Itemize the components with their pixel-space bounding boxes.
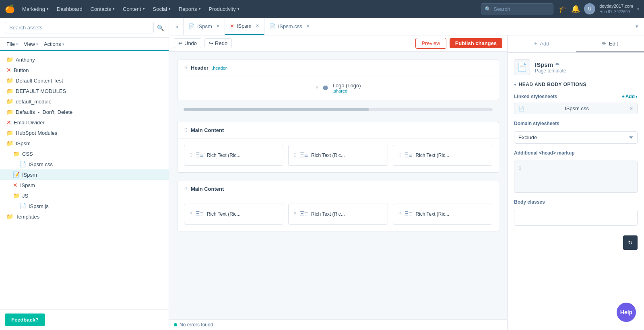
file-menu-button[interactable]: File ▾	[5, 40, 20, 48]
tree-item-anthony[interactable]: 📁Anthony	[0, 54, 169, 65]
tree-item-templates[interactable]: 📁Templates	[0, 211, 169, 222]
richtext-module-6[interactable]: ⠿ Ξ≡ Rich Text (Ric...	[393, 204, 492, 225]
preview-button[interactable]: Preview	[415, 38, 446, 49]
tree-item-defaults---don-t-delete[interactable]: 📁Defaults_-_Don't_Delete	[0, 107, 169, 117]
search-input[interactable]	[5, 22, 154, 33]
drag-handle-icon[interactable]: ⠿	[184, 65, 188, 71]
rotate-button[interactable]: ↻	[623, 235, 638, 250]
close-tab-icon[interactable]: ✕	[216, 24, 220, 29]
nav-contacts[interactable]: Contacts ▾	[87, 0, 119, 18]
tree-item-js[interactable]: 📁JS	[0, 190, 169, 201]
main1-drag-handle[interactable]: ⠿	[184, 128, 188, 133]
tree-item-ispsm-js[interactable]: 📄ISpsm.js	[0, 201, 169, 211]
nav-marketing[interactable]: Marketing ▾	[18, 0, 53, 18]
global-search-input[interactable]	[493, 6, 542, 12]
richtext3-drag[interactable]: ⠿	[398, 153, 401, 158]
tab-ispsm-css[interactable]: 📄 ISpsm.css ✕	[264, 18, 315, 35]
add-stylesheet-button[interactable]: + Add ▾	[622, 94, 638, 99]
richtext-module-1[interactable]: ⠿ Ξ≡ Rich Text (Ric...	[184, 145, 283, 166]
tree-item-label: default_module	[16, 99, 52, 105]
close-css-tab-icon[interactable]: ✕	[306, 24, 310, 29]
header-section-header: ⠿ Header .header	[178, 60, 499, 76]
edit-icon: ✏	[602, 40, 607, 47]
cross-icon: ✕	[6, 67, 11, 73]
tree-item-ispsm[interactable]: 📁ISpsm	[0, 138, 169, 148]
close-active-tab-icon[interactable]: ✕	[256, 23, 259, 29]
global-search: 🔍	[481, 3, 553, 14]
file-tree: 📁Anthony✕Button📁Default Content Test📁DEF…	[0, 51, 169, 309]
nav-reports[interactable]: Reports ▾	[175, 0, 205, 18]
topnav-right: 🎓 🔔 U devday2017.com Hub ID: 3922699 ▾	[558, 3, 639, 14]
view-menu-button[interactable]: View ▾	[22, 40, 40, 48]
tab-ispsm-active[interactable]: ✕ ISpsm ✕	[225, 18, 264, 35]
richtext-module-5[interactable]: ⠿ Ξ≡ Rich Text (Ric...	[288, 204, 388, 225]
nav-content[interactable]: Content ▾	[119, 0, 149, 18]
richtext1-drag[interactable]: ⠿	[189, 153, 192, 158]
edit-name-icon[interactable]: ✏	[555, 62, 559, 67]
richtext5-drag[interactable]: ⠿	[293, 212, 297, 217]
tree-item-label: Default Content Test	[16, 78, 63, 84]
richtext-module-4[interactable]: ⠿ Ξ≡ Rich Text (Ric...	[184, 204, 283, 225]
user-avatar[interactable]: U	[584, 3, 595, 14]
view-caret-icon: ▾	[36, 42, 38, 46]
tree-item-ispsm-css[interactable]: 📄ISpsm.css	[0, 159, 169, 169]
feedback-button[interactable]: Feedback?	[5, 314, 45, 326]
account-info[interactable]: devday2017.com Hub ID: 3922699	[599, 3, 633, 14]
domain-stylesheets-select[interactable]: Exclude Include	[514, 131, 638, 144]
remove-stylesheet-icon[interactable]: ✕	[629, 106, 633, 111]
undo-button[interactable]: ↩ Undo	[174, 38, 201, 48]
search-bar: 🔍	[0, 18, 169, 38]
reports-caret: ▾	[199, 7, 201, 11]
nav-productivity[interactable]: Productivity ▾	[205, 0, 244, 18]
tree-item-email-divider[interactable]: ✕Email Divider	[0, 117, 169, 128]
hubspot-logo[interactable]: 🍊	[5, 4, 15, 14]
actions-menu-button[interactable]: Actions ▾	[42, 40, 66, 48]
logo-drag-handle[interactable]: ⠿	[315, 85, 319, 91]
nav-social[interactable]: Social ▾	[149, 0, 175, 18]
body-classes-input[interactable]	[514, 210, 638, 226]
logo-module[interactable]: ⠿ ⏺ Logo (Logo) .shared	[309, 76, 367, 100]
horizontal-scrollbar[interactable]	[184, 108, 493, 111]
main2-modules: ⠿ Ξ≡ Rich Text (Ric... ⠿ Ξ≡ Rich Text (R…	[178, 197, 499, 231]
tree-item-css[interactable]: 📁CSS	[0, 148, 169, 159]
cross-icon: ✕	[6, 119, 11, 126]
head-body-collapse[interactable]: ▾ HEAD AND BODY OPTIONS	[514, 82, 638, 87]
main1-modules: ⠿ Ξ≡ Rich Text (Ric... ⠿ Ξ≡ Rich Text (R…	[178, 138, 499, 172]
tree-item-ispsm[interactable]: 📝ISpsm	[0, 169, 169, 180]
help-button[interactable]: Help	[617, 303, 636, 322]
redo-button[interactable]: ↪ Redo	[204, 38, 232, 48]
right-panel: + Add ✏ Edit 📄 ISpsm	[507, 35, 644, 330]
contacts-caret: ▾	[113, 7, 115, 11]
search-icon: 🔍	[485, 6, 491, 12]
collapse-sidebar-button[interactable]: «	[171, 18, 184, 35]
richtext2-drag[interactable]: ⠿	[293, 153, 297, 158]
chevron-down-icon[interactable]: ▾	[637, 7, 639, 11]
editor-toolbar: ↩ Undo ↪ Redo Preview Publish changes	[169, 35, 507, 52]
tree-item-hubspot-modules[interactable]: 📁HubSpot Modules	[0, 128, 169, 138]
richtext-module-2[interactable]: ⠿ Ξ≡ Rich Text (Ric...	[288, 145, 388, 166]
file-icon: 📄	[19, 203, 26, 209]
tab-add[interactable]: + Add	[508, 35, 576, 52]
tree-item-default-module[interactable]: 📁default_module	[0, 96, 169, 107]
tab-overflow-button[interactable]: ▾	[631, 23, 642, 29]
cross-file-icon: ✕	[230, 23, 234, 29]
tree-item-button[interactable]: ✕Button	[0, 65, 169, 75]
tab-ispsm-html[interactable]: 📄 ISpsm ✕	[184, 18, 225, 35]
folder-icon: 📁	[6, 56, 13, 63]
head-markup-editor[interactable]: 1	[514, 161, 638, 193]
graduation-icon[interactable]: 🎓	[558, 4, 567, 13]
richtext4-drag[interactable]: ⠿	[189, 212, 192, 217]
canvas-container: ↩ Undo ↪ Redo Preview Publish changes	[169, 35, 507, 330]
nav-dashboard[interactable]: Dashboard	[53, 0, 87, 18]
tree-item-default-content-test[interactable]: 📁Default Content Test	[0, 75, 169, 86]
richtext6-drag[interactable]: ⠿	[398, 212, 401, 217]
tree-item-default-modules[interactable]: 📁DEFAULT MODULES	[0, 86, 169, 96]
bell-icon[interactable]: 🔔	[571, 4, 580, 13]
tree-item-ispsm[interactable]: ✕ISpsm	[0, 180, 169, 190]
sidebar-footer: Feedback?	[0, 309, 169, 330]
main2-drag-handle[interactable]: ⠿	[184, 186, 188, 192]
richtext-module-3[interactable]: ⠿ Ξ≡ Rich Text (Ric...	[393, 145, 492, 166]
publish-button[interactable]: Publish changes	[450, 38, 502, 48]
main1-section-header: ⠿ Main Content	[178, 122, 499, 138]
tab-edit[interactable]: ✏ Edit	[576, 35, 644, 52]
